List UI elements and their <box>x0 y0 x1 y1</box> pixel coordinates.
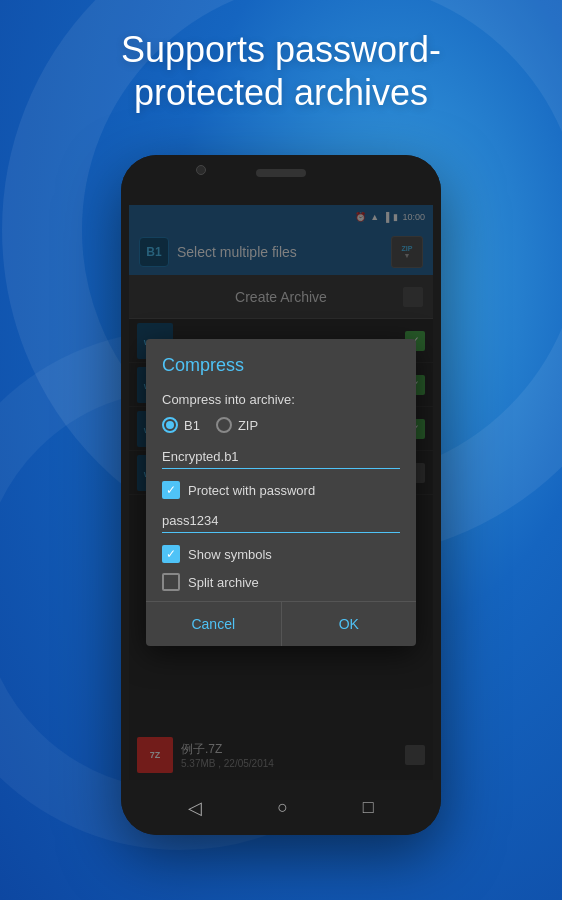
phone-screen: ⏰ ▲ ▐ ▮ 10:00 B1 Select multiple files Z… <box>129 205 433 780</box>
format-radio-group: B1 ZIP <box>162 417 400 433</box>
recent-nav-icon[interactable]: □ <box>363 797 374 818</box>
radio-zip-option[interactable]: ZIP <box>216 417 258 433</box>
filename-input[interactable] <box>162 445 400 469</box>
phone-top <box>121 155 441 205</box>
modal-overlay: Compress Compress into archive: B1 ZIP <box>129 205 433 780</box>
protect-label: Protect with password <box>188 483 315 498</box>
radio-b1-label: B1 <box>184 418 200 433</box>
radio-zip-label: ZIP <box>238 418 258 433</box>
split-archive-checkbox[interactable] <box>162 573 180 591</box>
compress-dialog: Compress Compress into archive: B1 ZIP <box>146 339 416 646</box>
protect-checkbox[interactable]: ✓ <box>162 481 180 499</box>
phone-camera <box>196 165 206 175</box>
split-archive-row[interactable]: Split archive <box>162 573 400 591</box>
modal-title: Compress <box>146 339 416 384</box>
radio-b1-option[interactable]: B1 <box>162 417 200 433</box>
show-symbols-row[interactable]: ✓ Show symbols <box>162 545 400 563</box>
hero-text: Supports password- protected archives <box>0 28 562 114</box>
show-symbols-checkbox[interactable]: ✓ <box>162 545 180 563</box>
modal-body: Compress into archive: B1 ZIP <box>146 384 416 591</box>
password-input[interactable] <box>162 509 400 533</box>
phone-speaker <box>256 169 306 177</box>
back-nav-icon[interactable]: ◁ <box>188 797 202 819</box>
show-symbols-label: Show symbols <box>188 547 272 562</box>
split-archive-label: Split archive <box>188 575 259 590</box>
radio-zip-button[interactable] <box>216 417 232 433</box>
modal-buttons: Cancel OK <box>146 602 416 646</box>
radio-b1-button[interactable] <box>162 417 178 433</box>
phone-nav-bar: ◁ ○ □ <box>121 780 441 835</box>
cancel-button[interactable]: Cancel <box>146 602 281 646</box>
compress-into-label: Compress into archive: <box>162 392 400 407</box>
home-nav-icon[interactable]: ○ <box>277 797 288 818</box>
phone-frame: ⏰ ▲ ▐ ▮ 10:00 B1 Select multiple files Z… <box>121 155 441 835</box>
protect-password-row[interactable]: ✓ Protect with password <box>162 481 400 499</box>
ok-button[interactable]: OK <box>282 602 417 646</box>
